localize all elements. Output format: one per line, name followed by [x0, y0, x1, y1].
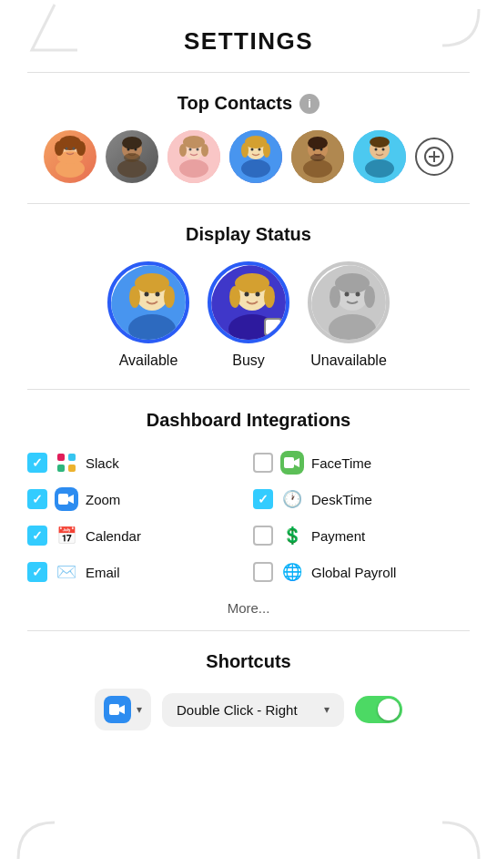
action-label: Double Click - Right	[177, 702, 298, 718]
svg-point-54	[145, 292, 149, 297]
email-icon: ✉️	[55, 560, 78, 584]
svg-point-6	[55, 141, 64, 156]
slack-checkbox[interactable]: ✓	[27, 453, 47, 473]
contact-avatar-4[interactable]	[229, 130, 282, 183]
svg-point-35	[303, 159, 332, 178]
zoom-label: Zoom	[86, 492, 120, 507]
calendar-label: Calendar	[86, 528, 141, 544]
svg-point-58	[235, 273, 269, 293]
svg-point-59	[229, 286, 240, 308]
contact-avatar-1[interactable]	[44, 130, 96, 183]
integration-desktime[interactable]: ✓ 🕐 DeskTime	[253, 484, 470, 515]
top-contacts-info-icon[interactable]: i	[299, 94, 320, 114]
integration-calendar[interactable]: ✓ 📅 Calendar	[27, 520, 244, 551]
integration-facetime[interactable]: FaceTime	[253, 447, 470, 478]
payment-icon: 💲	[280, 524, 304, 547]
svg-rect-80	[109, 704, 119, 715]
svg-rect-74	[57, 465, 65, 472]
integration-global-payroll[interactable]: 🌐 Global Payroll	[253, 557, 470, 587]
app-selector[interactable]: ▾	[95, 689, 151, 730]
toggle-knob	[378, 699, 400, 720]
svg-point-36	[313, 148, 316, 151]
desktime-checkmark: ✓	[258, 492, 269, 506]
add-contact-button[interactable]	[415, 138, 453, 176]
integration-email[interactable]: ✓ ✉️ Email	[27, 557, 244, 587]
display-status-header: Display Status	[18, 224, 479, 245]
zoom-checkbox[interactable]: ✓	[27, 489, 47, 509]
shortcuts-row: ▾ Double Click - Right ▾	[27, 689, 470, 730]
svg-point-23	[197, 148, 199, 151]
more-link[interactable]: More...	[27, 600, 470, 616]
zoom-checkmark: ✓	[32, 492, 43, 506]
slack-icon	[55, 451, 78, 475]
svg-point-9	[73, 148, 76, 150]
svg-point-27	[241, 143, 248, 158]
svg-point-44	[382, 148, 385, 151]
integration-payment[interactable]: 💲 Payment	[253, 520, 470, 551]
facetime-checkbox[interactable]	[253, 453, 273, 473]
svg-point-67	[330, 286, 340, 308]
svg-point-50	[135, 273, 169, 293]
svg-point-28	[263, 143, 270, 158]
status-busy-item[interactable]: Busy	[208, 261, 289, 369]
status-available-item[interactable]: Available	[107, 261, 189, 369]
svg-marker-77	[294, 458, 299, 467]
contact-avatar-2[interactable]	[106, 130, 158, 183]
shortcuts-title: Shortcuts	[206, 651, 290, 672]
svg-point-69	[329, 314, 376, 343]
payment-checkbox[interactable]	[253, 526, 273, 546]
svg-point-15	[124, 153, 140, 162]
svg-point-42	[365, 159, 394, 178]
global-payroll-checkbox[interactable]	[253, 562, 273, 582]
contact-avatar-5[interactable]	[291, 130, 344, 183]
top-contacts-header: Top Contacts i	[18, 93, 479, 114]
contact-avatar-6[interactable]	[353, 130, 406, 183]
svg-marker-79	[68, 495, 74, 504]
svg-rect-73	[68, 454, 76, 461]
status-available-avatar	[107, 261, 189, 343]
integrations-section: Dashboard Integrations ✓ Slack	[0, 390, 497, 630]
svg-point-62	[245, 292, 249, 297]
status-busy-badge	[264, 318, 282, 336]
svg-point-38	[310, 154, 325, 161]
integration-slack[interactable]: ✓ Slack	[27, 447, 244, 478]
svg-point-68	[364, 286, 375, 308]
display-status-section: Display Status Available	[0, 204, 497, 389]
shortcut-toggle[interactable]	[355, 696, 402, 723]
svg-point-60	[264, 286, 275, 308]
calendar-icon: 📅	[55, 524, 78, 547]
email-checkbox[interactable]: ✓	[27, 562, 47, 582]
contacts-row	[18, 130, 479, 183]
top-contacts-title: Top Contacts	[178, 93, 292, 114]
svg-rect-78	[58, 494, 68, 505]
svg-point-51	[129, 286, 140, 308]
svg-point-52	[164, 286, 175, 308]
svg-point-30	[251, 148, 254, 151]
action-selector[interactable]: Double Click - Right ▾	[162, 693, 344, 727]
contact-avatar-3[interactable]	[167, 130, 220, 183]
status-unavailable-avatar	[308, 261, 390, 343]
calendar-checkbox[interactable]: ✓	[27, 526, 47, 546]
svg-point-66	[335, 273, 370, 293]
svg-point-41	[370, 137, 390, 148]
svg-rect-72	[57, 454, 65, 461]
integrations-header: Dashboard Integrations	[27, 410, 470, 431]
svg-point-34	[308, 137, 328, 149]
svg-point-7	[76, 141, 86, 156]
calendar-checkmark: ✓	[32, 528, 43, 543]
email-label: Email	[86, 565, 120, 580]
status-unavailable-item[interactable]: Unavailable	[308, 261, 390, 369]
svg-point-14	[135, 148, 137, 151]
svg-point-20	[179, 144, 187, 157]
svg-rect-75	[68, 465, 76, 472]
svg-point-8	[66, 148, 68, 150]
status-available-label: Available	[119, 352, 178, 369]
desktime-checkbox[interactable]: ✓	[253, 489, 273, 509]
svg-point-63	[256, 292, 260, 297]
svg-rect-76	[284, 457, 294, 468]
svg-marker-81	[119, 705, 125, 714]
shortcuts-section: Shortcuts ▾ Double Click - Right ▾	[0, 631, 497, 767]
integration-zoom[interactable]: ✓ Zoom	[27, 484, 244, 515]
top-contacts-section: Top Contacts i	[0, 73, 497, 203]
svg-point-17	[179, 159, 208, 178]
